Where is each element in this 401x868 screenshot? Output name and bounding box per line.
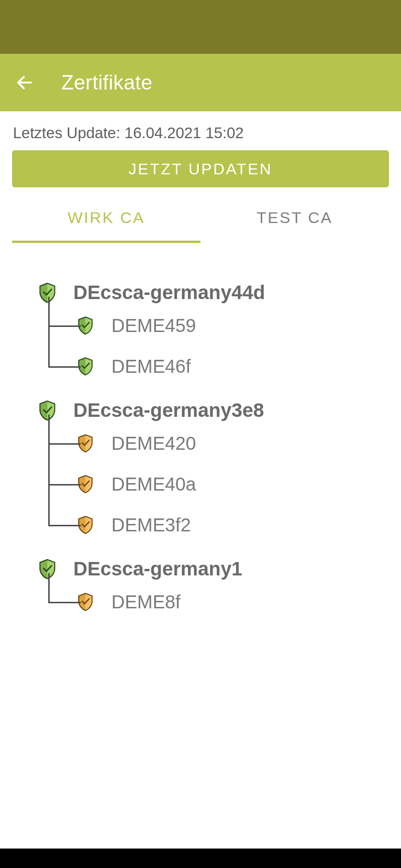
- page-title: Zertifikate: [61, 71, 152, 94]
- update-now-button[interactable]: JETZT UPDATEN: [12, 150, 389, 187]
- certificate-child-label: DEME46f: [111, 356, 191, 377]
- certificate-child-row[interactable]: DEME46f: [48, 346, 389, 387]
- certificate-child-row[interactable]: DEME459: [48, 305, 389, 346]
- certificate-child-label: DEME420: [111, 433, 196, 454]
- shield-check-icon: [38, 559, 57, 580]
- last-update-text: Letztes Update: 16.04.2021 15:02: [13, 124, 389, 142]
- status-bar: [0, 0, 401, 54]
- tree-connector-horizontal: [48, 366, 81, 368]
- tree-connector-horizontal: [48, 443, 81, 445]
- certificate-tree: DEcsca-germany44d DEME459 DEME46f DEcsca…: [12, 243, 389, 622]
- certificate-child-row[interactable]: DEME420: [48, 423, 389, 464]
- certificate-child-label: DEME3f2: [111, 515, 191, 536]
- certificate-group: DEcsca-germany1 DEME8f: [38, 556, 389, 622]
- certificate-group: DEcsca-germany3e8 DEME420 DEME40a DEME3f…: [38, 398, 389, 545]
- app-bar: Zertifikate: [0, 54, 401, 111]
- certificate-children: DEME459 DEME46f: [38, 305, 389, 387]
- certificate-root-label: DEcsca-germany44d: [73, 281, 265, 304]
- content: Letztes Update: 16.04.2021 15:02 JETZT U…: [0, 111, 401, 622]
- certificate-child-label: DEME8f: [111, 592, 181, 613]
- arrow-left-icon: [15, 73, 34, 92]
- tree-connector-horizontal: [48, 525, 81, 526]
- certificate-root-row[interactable]: DEcsca-germany1: [38, 556, 389, 581]
- tab-wirk-ca[interactable]: WIRK CA: [12, 209, 200, 243]
- certificate-root-row[interactable]: DEcsca-germany3e8: [38, 398, 389, 423]
- certificate-child-label: DEME459: [111, 315, 196, 336]
- certificate-root-label: DEcsca-germany1: [73, 558, 242, 580]
- certificate-children: DEME8f: [38, 581, 389, 622]
- certificate-child-row[interactable]: DEME3f2: [48, 504, 389, 545]
- shield-check-icon: [38, 400, 57, 421]
- certificate-root-row[interactable]: DEcsca-germany44d: [38, 280, 389, 305]
- system-nav-bar: [0, 849, 401, 868]
- tree-connector-horizontal: [48, 602, 81, 603]
- certificate-child-row[interactable]: DEME8f: [48, 581, 389, 622]
- certificate-children: DEME420 DEME40a DEME3f2: [38, 423, 389, 545]
- certificate-group: DEcsca-germany44d DEME459 DEME46f: [38, 280, 389, 387]
- tabs: WIRK CATEST CA: [12, 209, 389, 243]
- tree-connector-horizontal: [48, 484, 81, 485]
- certificate-root-label: DEcsca-germany3e8: [73, 399, 264, 421]
- tab-test-ca[interactable]: TEST CA: [200, 209, 389, 243]
- certificate-child-row[interactable]: DEME40a: [48, 464, 389, 504]
- shield-check-icon: [38, 282, 57, 303]
- tree-connector-horizontal: [48, 326, 81, 327]
- back-button[interactable]: [8, 66, 41, 99]
- certificate-child-label: DEME40a: [111, 474, 196, 495]
